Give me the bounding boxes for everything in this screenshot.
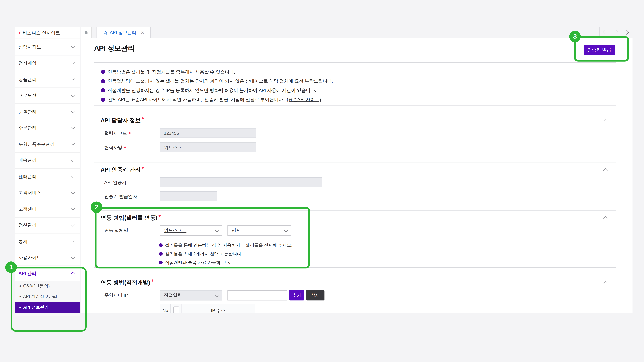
sidebar-item-customer-center[interactable]: 고객센터 (15, 201, 80, 217)
sidebar-item-order[interactable]: 주문관리 (15, 120, 80, 136)
tab-api-info-management[interactable]: API 정보관리 × (96, 27, 151, 38)
api-auth-key-field[interactable] (160, 177, 322, 187)
sidebar-item-label: 배송관리 (18, 157, 36, 163)
section-api-manager-info: API 담당자 정보 협력사코드 협력사명 (94, 113, 616, 157)
tab-label: API 정보관리 (110, 29, 136, 35)
section-title: 연동 방법(셀러툴 연동) (100, 214, 160, 222)
sidebar-item-econtract[interactable]: 전자계약 (15, 55, 80, 71)
sidebar-item-intangible-order[interactable]: 무형상품주문관리 (15, 136, 80, 153)
partner-name-field[interactable] (160, 142, 256, 152)
sidebar-item-statistics[interactable]: 통계 (15, 234, 80, 250)
chevron-down-icon (71, 190, 75, 194)
add-ip-button[interactable]: 추가 (289, 290, 304, 301)
home-icon (84, 30, 89, 35)
exclamation-icon: ! (159, 261, 162, 264)
page-title: API 정보관리 (94, 38, 135, 59)
submenu-item-api-info-selected[interactable]: • API 정보관리 (15, 302, 80, 313)
section-sellertool-linkage: 연동 방법(셀러툴 연동) 연동 업체명 위드소프트 선택 ! 셀러툴을 통해 … (94, 210, 616, 268)
sidebar-item-settlement[interactable]: 정산관리 (15, 217, 80, 234)
exclamation-icon: ! (101, 70, 105, 74)
field-label: 인증키 발급일자 (104, 191, 137, 201)
exclamation-icon: ! (159, 252, 162, 256)
section-title: API 담당자 정보 (100, 117, 144, 124)
section-direct-development: 연동 방법(직접개발) 운영서버 IP 직접입력 추가 삭제 No IP 주소 (94, 275, 616, 313)
collapse-chevron-icon[interactable] (603, 168, 608, 173)
submenu-item-label: Q&A(1:1문의) (23, 283, 50, 289)
notice-line: ! 직접개발과 중복 사용 가능합니다. (159, 258, 292, 267)
ip-address-input[interactable] (228, 290, 287, 301)
notice-text: 연동방법은 셀러툴 및 직접개발을 중복해서 사용할 수 있습니다. (108, 69, 235, 75)
notice-line: ! 직접개발을 진행하시는 경우 IP를 등록하지 않으면 방화벽 허용이 불가… (101, 86, 616, 95)
col-no-header: No (160, 304, 171, 313)
sellertool-select-1[interactable]: 위드소프트 (160, 225, 222, 236)
sidebar-item-customer-service[interactable]: 고객서비스 (15, 185, 80, 201)
sidebar-item-promotion[interactable]: 프로모션 (15, 88, 80, 104)
sidebar-item-label: 사용가이드 (18, 255, 41, 261)
main-content: API 정보관리 ! 연동방법은 셀러툴 및 직접개발을 중복해서 사용할 수 … (81, 38, 632, 313)
col-checkbox-header (171, 304, 182, 313)
notice-text: 셀러툴을 통해 연동하는 경우, 사용하시는 셀러툴을 선택해 주세요. (165, 242, 292, 248)
section-title: API 인증키 관리 (100, 166, 144, 174)
field-label: 협력사코드 (104, 128, 130, 138)
standard-api-site-link[interactable]: (표준API 사이트) (287, 96, 321, 103)
chevron-down-icon (71, 142, 75, 146)
collapse-chevron-icon[interactable] (603, 119, 608, 124)
api-submenu: • Q&A(1:1문의) • API 기준정보관리 • API 정보관리 (15, 281, 80, 316)
sellertool-notes: ! 셀러툴을 통해 연동하는 경우, 사용하시는 셀러툴을 선택해 주세요. !… (159, 241, 292, 267)
tab-scroll-divider (622, 27, 622, 38)
select-value: 직접입력 (164, 292, 182, 298)
select-value: 선택 (232, 227, 241, 233)
exclamation-icon: ! (101, 88, 105, 92)
required-dot (128, 132, 130, 134)
field-label: API 인증키 (104, 177, 126, 187)
sidebar-item-label: 정산관리 (18, 222, 36, 228)
sidebar-item-delivery[interactable]: 배송관리 (15, 153, 80, 169)
sidebar-item-label: 센터관리 (18, 173, 36, 180)
required-dot (142, 167, 144, 168)
sidebar-item-user-guide[interactable]: 사용가이드 (15, 250, 80, 266)
submenu-item-qna[interactable]: • Q&A(1:1문의) (15, 281, 80, 291)
col-ip-header: IP 주소 (182, 304, 255, 313)
notice-box: ! 연동방법은 셀러툴 및 직접개발을 중복해서 사용할 수 있습니다. ! 연… (94, 62, 616, 105)
required-dot (142, 117, 144, 119)
annotation-step-2: 2 (91, 202, 102, 213)
select-all-checkbox[interactable] (173, 307, 179, 313)
sidebar-item-api-management[interactable]: API 관리 (15, 266, 80, 281)
bullet-icon: • (19, 305, 21, 310)
notice-line: ! 전체 API는 표준API 사이트에서 확인 가능하며, [인증키 발급] … (101, 95, 616, 104)
tab-scroll-right-button[interactable] (614, 30, 618, 35)
exclamation-icon: ! (101, 79, 105, 83)
auth-key-issue-date-field[interactable] (160, 191, 217, 201)
tab-close-icon[interactable]: × (141, 30, 144, 35)
collapse-chevron-icon[interactable] (603, 281, 608, 286)
sidebar-item-business-insight[interactable]: 비즈니스 인사이트 (15, 27, 80, 39)
sidebar-item-label: 고객서비스 (18, 190, 41, 196)
delete-ip-button[interactable]: 삭제 (306, 290, 324, 301)
issue-auth-key-button[interactable]: 인증키 발급 (584, 45, 615, 55)
sellertool-select-2[interactable]: 선택 (228, 225, 291, 236)
field-label: 협력사명 (104, 142, 126, 152)
submenu-item-label: API 정보관리 (23, 305, 48, 310)
ip-entry-type-select[interactable]: 직접입력 (160, 290, 222, 301)
sidebar-item-product[interactable]: 상품관리 (15, 71, 80, 88)
home-tab-button[interactable] (81, 27, 92, 38)
sidebar-item-center[interactable]: 센터관리 (15, 169, 80, 185)
sidebar-item-label: 상품관리 (18, 76, 36, 82)
partner-code-field[interactable] (160, 128, 256, 138)
notice-line: ! 연동업체명에 노출되지 않는 셀러툴 업체는 당사와 계약이 되지 않은 상… (101, 77, 616, 86)
notice-text: 직접개발을 진행하시는 경우 IP를 등록하지 않으면 방화벽 허용이 불가하여… (108, 87, 316, 93)
red-bullet-icon (18, 32, 20, 34)
bullet-icon: • (19, 284, 21, 289)
collapse-chevron-icon[interactable] (603, 216, 608, 221)
submenu-item-api-base-info[interactable]: • API 기준정보관리 (15, 291, 80, 302)
sidebar-item-quality[interactable]: 품질관리 (15, 104, 80, 120)
chevron-down-icon (71, 60, 75, 64)
notice-line: ! 셀러툴은 최대 2개까지 선택 가능합니다. (159, 250, 292, 258)
favorite-star-icon[interactable] (103, 30, 108, 34)
sidebar-item-partner-info[interactable]: 협력사정보 (15, 39, 80, 55)
sidebar-item-label: 무형상품주문관리 (18, 141, 54, 147)
section-api-auth-key: API 인증키 관리 API 인증키 인증키 발급일자 (94, 162, 616, 205)
required-dot (124, 146, 126, 148)
tab-scroll-left-button[interactable] (602, 30, 607, 35)
tab-scroll-last-button[interactable] (624, 30, 629, 35)
